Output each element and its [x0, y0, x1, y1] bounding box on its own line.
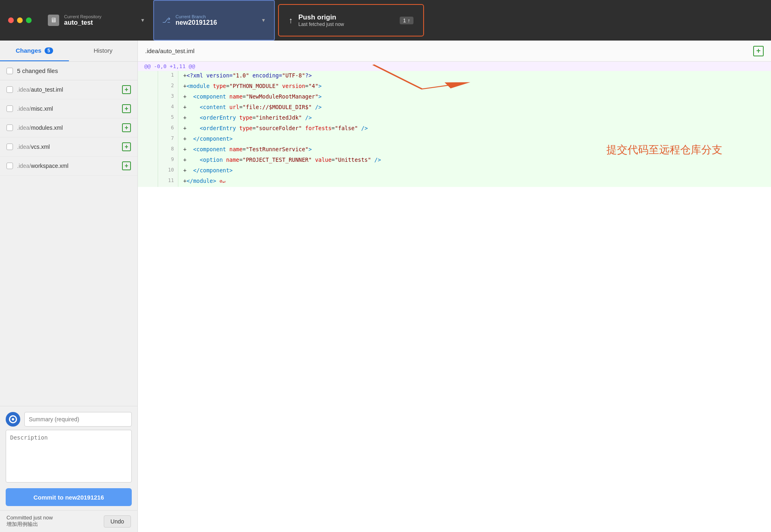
list-item[interactable]: .idea/misc.xml + [0, 99, 137, 118]
repo-name: auto_test [64, 19, 101, 26]
file-checkbox[interactable] [6, 86, 13, 93]
line-num-old [138, 145, 158, 155]
list-item[interactable]: .idea/auto_test.iml + [0, 80, 137, 99]
minimize-button[interactable] [17, 17, 23, 23]
undo-button[interactable]: Undo [104, 515, 131, 528]
diff-file-path: .idea/auto_test.iml [145, 47, 195, 54]
commit-summary-row [6, 412, 132, 427]
line-num-new: 1 [158, 71, 178, 82]
description-textarea[interactable] [6, 430, 132, 483]
file-name: .idea/modules.xml [17, 124, 118, 131]
diff-line: 3 + <component name="NewModuleRootManage… [138, 92, 771, 103]
diff-hunk-header: @@ -0,0 +1,11 @@ [138, 62, 771, 71]
file-name: .idea/workspace.xml [17, 163, 118, 169]
commit-icon-button[interactable] [6, 412, 20, 427]
line-num-new: 2 [158, 82, 178, 92]
push-badge-arrow: ↑ [408, 17, 411, 24]
maximize-button[interactable] [26, 17, 32, 23]
branch-icon: ⎇ [162, 16, 171, 25]
select-all-checkbox[interactable] [6, 68, 13, 74]
line-num-old [138, 166, 158, 176]
repo-selector[interactable]: 🖥 Current Repository auto_test ▼ [40, 0, 153, 41]
diff-line: 2 +<module type="PYTHON_MODULE" version=… [138, 82, 771, 92]
diff-line-content: + <option name="PROJECT_TEST_RUNNER" val… [178, 155, 771, 166]
line-num-new: 11 [158, 176, 178, 187]
chevron-down-icon: ▼ [140, 17, 145, 23]
diff-content: @@ -0,0 +1,11 @@ 1 +<?xml version="1.0" … [138, 62, 771, 532]
push-text: Push origin Last fetched just now [298, 13, 344, 27]
chevron-down-icon: ▼ [261, 17, 266, 23]
line-num-old [138, 124, 158, 134]
file-added-badge: + [122, 104, 131, 113]
file-added-badge: + [122, 142, 131, 151]
tab-history[interactable]: History [69, 41, 138, 61]
push-origin-button[interactable]: ↑ Push origin Last fetched just now 1 ↑ [278, 4, 424, 36]
file-added-badge: + [122, 123, 131, 132]
diff-wrapper: @@ -0,0 +1,11 @@ 1 +<?xml version="1.0" … [138, 62, 771, 532]
line-num-new: 9 [158, 155, 178, 166]
sidebar-footer: Committed just now 增加用例输出 Undo [0, 510, 137, 532]
file-checkbox[interactable] [6, 124, 13, 131]
diff-line: 4 + <content url="file://$MODULE_DIR$" /… [138, 103, 771, 113]
file-checkbox[interactable] [6, 163, 13, 169]
file-added-badge: + [122, 161, 131, 170]
push-title: Push origin [298, 13, 344, 21]
diff-add-button[interactable]: + [753, 46, 764, 56]
file-checkbox[interactable] [6, 144, 13, 150]
file-checkbox[interactable] [6, 105, 13, 112]
summary-input[interactable] [24, 412, 132, 427]
file-name: .idea/misc.xml [17, 105, 118, 112]
diff-line: 7 + </component> [138, 134, 771, 145]
repo-label: Current Repository [64, 14, 101, 19]
diff-line-content: + <component name="TestRunnerService"> [178, 145, 771, 155]
diff-line: 9 + <option name="PROJECT_TEST_RUNNER" v… [138, 155, 771, 166]
list-item[interactable]: .idea/vcs.xml + [0, 137, 137, 157]
diff-area: .idea/auto_test.iml + @@ -0,0 +1,11 @@ 1… [138, 41, 771, 532]
diff-line-content: + <orderEntry type="sourceFolder" forTes… [178, 124, 771, 134]
branch-text: Current Branch new20191216 [176, 14, 217, 26]
list-item[interactable]: .idea/workspace.xml + [0, 157, 137, 176]
diff-line-content: +<?xml version="1.0" encoding="UTF-8"?> [178, 71, 771, 82]
committed-line1: Committed just now [6, 515, 53, 521]
sidebar-tabs: Changes 5 History [0, 41, 137, 62]
line-num-new: 4 [158, 103, 178, 113]
diff-line: 1 +<?xml version="1.0" encoding="UTF-8"?… [138, 71, 771, 82]
diff-line: 8 + <component name="TestRunnerService"> [138, 145, 771, 155]
diff-line: 5 + <orderEntry type="inheritedJdk" /> [138, 113, 771, 124]
line-num-old [138, 82, 158, 92]
file-list: .idea/auto_test.iml + .idea/misc.xml + .… [0, 80, 137, 406]
commit-button[interactable]: Commit to new20191216 [6, 488, 132, 506]
list-item[interactable]: .idea/modules.xml + [0, 118, 137, 137]
line-num-new: 3 [158, 92, 178, 103]
monitor-icon: 🖥 [48, 15, 59, 26]
committed-line2: 增加用例输出 [6, 521, 53, 528]
line-num-old [138, 155, 158, 166]
diff-line: 6 + <orderEntry type="sourceFolder" forT… [138, 124, 771, 134]
files-header: 5 changed files [0, 62, 137, 80]
branch-selector[interactable]: ⎇ Current Branch new20191216 ▼ [153, 0, 275, 41]
line-num-old [138, 71, 158, 82]
diff-line: 11 +</module> ⊘↵ [138, 176, 771, 187]
power-icon [9, 415, 17, 423]
tab-changes[interactable]: Changes 5 [0, 41, 69, 61]
main-area: Changes 5 History 5 changed files .idea/… [0, 41, 771, 532]
branch-label: Current Branch [176, 14, 217, 19]
close-button[interactable] [8, 17, 14, 23]
tab-history-label: History [94, 47, 113, 54]
line-num-old [138, 103, 158, 113]
tab-changes-label: Changes [16, 47, 41, 54]
diff-line: 10 + </component> [138, 166, 771, 176]
committed-text: Committed just now 增加用例输出 [6, 515, 53, 528]
push-subtitle: Last fetched just now [298, 21, 344, 27]
diff-line-content: +<module type="PYTHON_MODULE" version="4… [178, 82, 771, 92]
line-num-new: 5 [158, 113, 178, 124]
file-name: .idea/vcs.xml [17, 144, 118, 150]
line-num-old [138, 92, 158, 103]
line-num-new: 6 [158, 124, 178, 134]
diff-line-content: + </component> [178, 134, 771, 145]
line-num-new: 10 [158, 166, 178, 176]
branch-name: new20191216 [176, 19, 217, 26]
titlebar: 🖥 Current Repository auto_test ▼ ⎇ Curre… [0, 0, 771, 41]
diff-line-content: + </component> [178, 166, 771, 176]
commit-button-branch: new20191216 [65, 494, 104, 501]
